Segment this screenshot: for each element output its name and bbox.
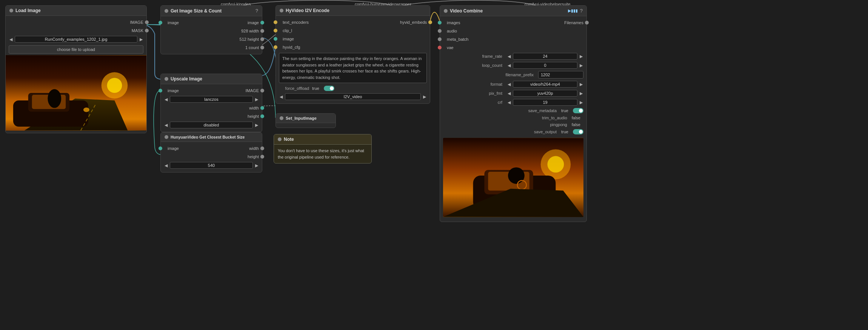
save-output-toggle[interactable] <box>573 129 583 134</box>
port-circle-width2[interactable] <box>260 106 264 110</box>
port-text-enc-in[interactable] <box>274 20 277 24</box>
port-vc-vae-in[interactable] <box>438 46 442 49</box>
set-input-title: Set_InputImage <box>286 116 332 120</box>
base-size-value: 540 <box>170 162 253 169</box>
filename-prefix-value[interactable]: 1202 <box>538 71 583 79</box>
trim-audio-row: trim_to_audio false <box>440 114 586 121</box>
hyvideo-body: text_encoders hyvid_embeds clip_l image … <box>276 16 430 103</box>
upscale-method-next[interactable]: ▶ <box>254 97 259 102</box>
port-vc-audio-in[interactable] <box>438 29 442 33</box>
pix-fmt-next[interactable]: ▶ <box>579 91 583 96</box>
crop-next[interactable]: ▶ <box>254 123 259 128</box>
port-hyvideo-image-in[interactable] <box>274 37 277 41</box>
port-circle-width[interactable] <box>260 29 264 33</box>
crop-row: ◀ disabled ▶ <box>161 120 262 130</box>
upscale-image-body: image IMAGE ◀ lanczos ▶ width height <box>161 84 262 132</box>
port-vc-metabatch-in[interactable] <box>438 37 442 41</box>
pingpong-label: pingpong <box>443 122 567 127</box>
pix-fmt-prev[interactable]: ◀ <box>507 91 511 96</box>
crop-prev[interactable]: ◀ <box>164 123 168 128</box>
crop-value: disabled <box>170 122 253 128</box>
port-height-out2: height <box>161 112 262 120</box>
node-upscale-image: Upscale Image image IMAGE ◀ lanczos ▶ <box>160 74 262 132</box>
set-input-dot <box>280 116 283 120</box>
bucket-size-body: image width height ◀ 540 ▶ <box>161 142 262 172</box>
port-circle-height2[interactable] <box>260 114 264 118</box>
video-combine-help[interactable]: ? <box>580 8 583 14</box>
note-body: You don't have to use these sizes, it's … <box>274 145 371 163</box>
force-offload-row: force_offload true <box>276 85 430 92</box>
frame-rate-prev[interactable]: ◀ <box>507 54 511 59</box>
upscale-image-dot <box>165 77 168 81</box>
prompt-template-next[interactable]: ▶ <box>422 94 427 99</box>
port-vc-filenames-out[interactable] <box>585 21 589 25</box>
save-metadata-toggle[interactable] <box>573 108 583 113</box>
port-circle-height[interactable] <box>260 37 264 41</box>
base-size-prev[interactable]: ◀ <box>164 163 168 168</box>
prompt-template-prev[interactable]: ◀ <box>279 94 283 99</box>
save-metadata-row: save_metadata true <box>440 107 586 114</box>
loop-count-prev[interactable]: ◀ <box>507 63 511 68</box>
port-circle-image-in[interactable] <box>159 21 162 25</box>
load-image-preview <box>6 55 146 131</box>
port-hyvid-embeds-out[interactable] <box>428 20 432 24</box>
port-cfg-in[interactable] <box>274 45 277 49</box>
port-bucket-width-out[interactable] <box>260 146 264 150</box>
file-selector-row: ◀ RunComfy_examples_1202_1.jpg ▶ <box>6 35 146 44</box>
node-set-input: Set_InputImage <box>275 113 336 128</box>
port-circle-image-out2[interactable] <box>260 21 264 25</box>
hyvideo-clip-row: clip_l <box>276 26 430 35</box>
port-circle-image[interactable] <box>145 20 149 24</box>
crf-next[interactable]: ▶ <box>579 100 583 105</box>
upload-button[interactable]: choose file to upload <box>9 45 143 54</box>
port-circle-mask[interactable] <box>145 29 149 32</box>
port-count-out: 1 count <box>161 43 262 52</box>
port-width-out: 928 width <box>161 27 262 35</box>
base-size-row: ◀ 540 ▶ <box>161 161 262 170</box>
loop-count-row: loop_count ◀ 0 ▶ <box>440 61 586 70</box>
port-bucket-image-in[interactable] <box>159 146 162 150</box>
file-prev-btn[interactable]: ◀ <box>9 37 13 42</box>
port-upscale-image-in[interactable] <box>159 89 162 93</box>
format-value: video/h264-mp4 <box>513 81 577 88</box>
prompt-template-value: I2V_video <box>285 93 421 100</box>
format-next[interactable]: ▶ <box>579 82 583 87</box>
base-size-next[interactable]: ▶ <box>254 163 259 168</box>
hyvideo-header: HyVideo I2V Encode <box>276 6 430 16</box>
load-image-dot <box>9 9 13 12</box>
get-image-size-help[interactable]: ? <box>255 8 258 14</box>
set-input-header: Set_InputImage <box>276 114 336 123</box>
note-dot <box>278 137 282 141</box>
set-input-body <box>276 123 336 128</box>
filename-display: RunComfy_examples_1202_1.jpg <box>15 36 137 43</box>
frame-rate-value: 24 <box>513 53 577 60</box>
upscale-method-prev[interactable]: ◀ <box>164 97 168 102</box>
save-metadata-label: save_metadata <box>443 108 557 113</box>
port-upscale-image-out[interactable] <box>260 89 264 93</box>
node-load-image: Load Image IMAGE MASK ◀ RunComfy_example… <box>5 5 147 133</box>
port-vc-images-in[interactable] <box>438 21 442 25</box>
force-offload-toggle[interactable] <box>324 86 334 91</box>
file-next-btn[interactable]: ▶ <box>139 37 143 42</box>
crf-label: crf <box>443 100 502 105</box>
vc-vae-row: vae <box>440 43 586 52</box>
note-title: Note <box>284 137 368 142</box>
port-circle-count[interactable] <box>260 46 264 49</box>
port-mask-out: MASK <box>6 26 146 35</box>
video-combine-dot <box>444 9 448 13</box>
port-bucket-height-out[interactable] <box>260 155 264 159</box>
upscale-image-title: Upscale Image <box>171 76 258 82</box>
video-combine-thumbnail <box>443 138 583 217</box>
hyvideo-text-area[interactable]: The sun setting in the distance painting… <box>279 53 427 83</box>
crf-prev[interactable]: ◀ <box>507 100 511 105</box>
hyvideo-image-row: image <box>276 35 430 43</box>
format-prev[interactable]: ◀ <box>507 82 511 87</box>
get-image-size-title: Get Image Size & Count <box>171 8 253 14</box>
vc-metabatch-row: meta_batch <box>440 35 586 43</box>
port-clip-in[interactable] <box>274 29 277 32</box>
svg-point-2 <box>107 78 122 93</box>
frame-rate-next[interactable]: ▶ <box>579 54 583 59</box>
loop-count-value: 0 <box>513 62 577 69</box>
loop-count-next[interactable]: ▶ <box>579 63 583 68</box>
crf-row: crf ◀ 19 ▶ <box>440 98 586 107</box>
